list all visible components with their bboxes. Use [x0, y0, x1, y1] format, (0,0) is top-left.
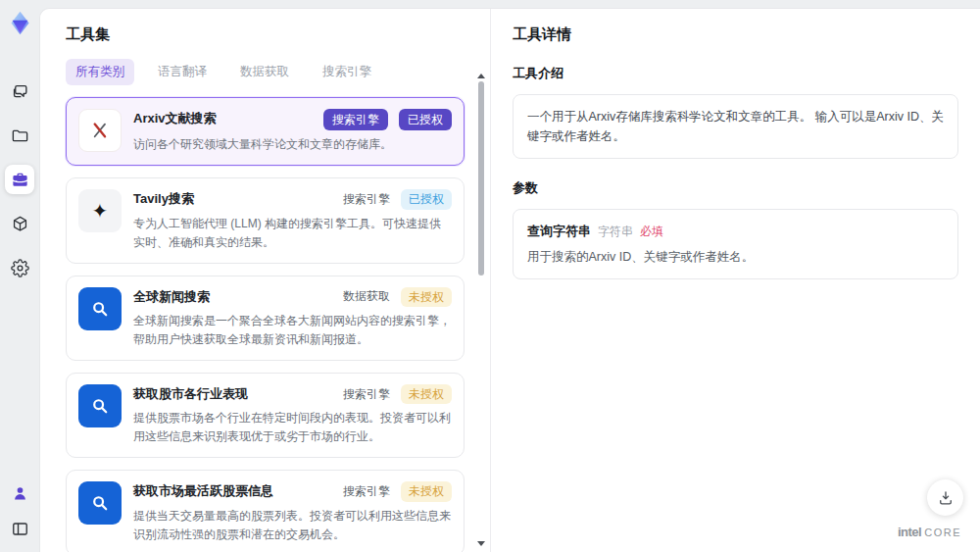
sidebar-item-tools[interactable] — [5, 165, 34, 194]
status-badge: 已授权 — [401, 189, 452, 209]
status-badge: 未授权 — [401, 287, 452, 307]
tool-description: 访问各个研究领域大量科学论文和文章的存储库。 — [133, 135, 452, 154]
app-root: 工具集 所有类别 语言翻译 数据获取 搜索引擎 — [0, 0, 980, 552]
tools-list-scrollbar[interactable] — [475, 74, 487, 546]
tool-description: 提供股票市场各个行业在特定时间段内的表现。投资者可以利用这些信息来识别表现优于或… — [133, 409, 452, 446]
sidebar-item-settings[interactable] — [5, 253, 34, 282]
magnifier-icon — [78, 384, 122, 427]
download-button[interactable] — [927, 479, 963, 516]
panel-icon — [11, 520, 29, 538]
scrollbar-thumb[interactable] — [478, 81, 484, 276]
status-badge: 未授权 — [401, 481, 452, 501]
status-badge: 已授权 — [399, 109, 452, 130]
tab-language-translation[interactable]: 语言翻译 — [148, 59, 217, 85]
tool-card-active-stocks[interactable]: 获取市场最活跃股票信息 搜索引擎 未授权 提供当天交易量最高的股票列表。投资者可… — [66, 470, 465, 552]
tab-all-categories[interactable]: 所有类别 — [66, 59, 134, 85]
scroll-up-arrow-icon[interactable] — [477, 74, 485, 78]
tool-card-tavily[interactable]: ✦ Tavily搜索 搜索引擎 已授权 专为人工智能代理 (LLM) 构建的搜索… — [66, 177, 465, 263]
tools-panel-title: 工具集 — [66, 25, 465, 44]
tab-search-engine[interactable]: 搜索引擎 — [313, 59, 381, 85]
tool-card-list: Arxiv文献搜索 搜索引擎 已授权 访问各个研究领域大量科学论文和文章的存储库… — [66, 97, 465, 552]
arxiv-x-icon — [78, 109, 122, 152]
param-type: 字符串 — [598, 224, 633, 240]
tab-data-fetch[interactable]: 数据获取 — [230, 59, 299, 85]
tool-detail-panel: 工具详情 工具介绍 一个用于从Arxiv存储库搜索科学论文和文章的工具。 输入可… — [491, 9, 980, 552]
download-icon — [937, 489, 955, 507]
category-label: 数据获取 — [343, 288, 390, 305]
intel-core-logo: intel CORE — [898, 525, 961, 539]
briefcase-icon — [11, 171, 29, 189]
sidebar-item-account[interactable] — [6, 479, 33, 507]
tool-title: 获取股市各行业表现 — [133, 384, 248, 403]
magnifier-icon — [78, 287, 122, 330]
intel-product-text: CORE — [924, 527, 961, 538]
rail-nav — [5, 76, 34, 282]
user-icon — [11, 484, 29, 503]
app-logo-icon — [5, 8, 34, 37]
sidebar-item-files[interactable] — [5, 121, 34, 150]
left-rail — [0, 0, 39, 552]
rail-bottom — [6, 479, 33, 542]
category-label: 搜索引擎 — [343, 191, 390, 208]
tool-title: 全球新闻搜索 — [133, 287, 210, 306]
category-label: 搜索引擎 — [343, 386, 390, 403]
sparkle-icon: ✦ — [78, 189, 122, 232]
tool-title: Tavily搜索 — [133, 189, 194, 208]
param-description: 用于搜索的Arxiv ID、关键字或作者姓名。 — [527, 249, 944, 266]
category-tabs: 所有类别 语言翻译 数据获取 搜索引擎 — [66, 59, 465, 85]
tools-panel: 工具集 所有类别 语言翻译 数据获取 搜索引擎 — [40, 9, 490, 552]
tool-title: Arxiv文献搜索 — [133, 109, 217, 127]
tool-title: 获取市场最活跃股票信息 — [133, 481, 273, 500]
tool-description: 专为人工智能代理 (LLM) 构建的搜索引擎工具。可快速提供实时、准确和真实的结… — [133, 215, 452, 252]
intro-heading: 工具介绍 — [513, 65, 958, 82]
category-label: 搜索引擎 — [343, 483, 390, 500]
tool-card-arxiv[interactable]: Arxiv文献搜索 搜索引擎 已授权 访问各个研究领域大量科学论文和文章的存储库… — [66, 97, 465, 166]
gear-icon — [11, 259, 29, 277]
cube-icon — [11, 215, 29, 233]
magnifier-icon — [78, 481, 122, 525]
tool-card-global-news[interactable]: 全球新闻搜索 数据获取 未授权 全球新闻搜索是一个聚合全球各大新闻网站内容的搜索… — [66, 276, 465, 361]
scroll-down-arrow-icon[interactable] — [477, 541, 485, 546]
tool-description: 全球新闻搜索是一个聚合全球各大新闻网站内容的搜索引擎，帮助用户快速获取全球最新资… — [133, 312, 452, 349]
detail-panel-title: 工具详情 — [513, 25, 958, 44]
tool-intro-text: 一个用于从Arxiv存储库搜索科学论文和文章的工具。 输入可以是Arxiv ID… — [513, 94, 958, 159]
sidebar-item-models[interactable] — [5, 209, 34, 238]
sidebar-item-chat[interactable] — [5, 76, 34, 106]
params-heading: 参数 — [513, 179, 958, 197]
intel-brand-text: intel — [898, 525, 921, 539]
main-surface: 工具集 所有类别 语言翻译 数据获取 搜索引擎 — [39, 8, 980, 552]
status-badge: 未授权 — [401, 384, 452, 404]
parameter-card: 查询字符串 字符串 必填 用于搜索的Arxiv ID、关键字或作者姓名。 — [513, 209, 958, 279]
tool-description: 提供当天交易量最高的股票列表。投资者可以利用这些信息来识别流动性强的股票和潜在的… — [133, 507, 452, 544]
param-required-badge: 必填 — [640, 224, 663, 240]
category-badge: 搜索引擎 — [323, 109, 388, 130]
tool-card-sector-performance[interactable]: 获取股市各行业表现 搜索引擎 未授权 提供股票市场各个行业在特定时间段内的表现。… — [66, 373, 465, 458]
param-name: 查询字符串 — [527, 223, 591, 240]
chat-icon — [11, 82, 29, 101]
sidebar-item-collapse[interactable] — [6, 515, 33, 542]
folder-icon — [11, 126, 29, 145]
